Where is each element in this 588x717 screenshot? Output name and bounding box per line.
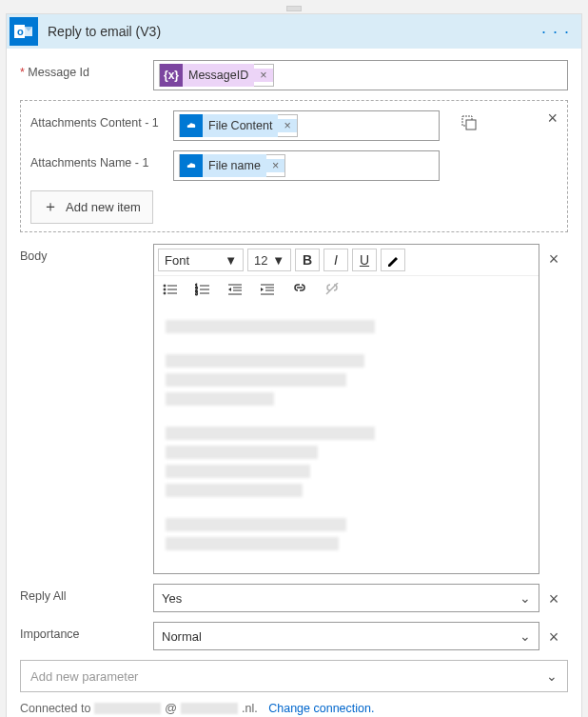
token-file-name[interactable]: File name × [179,154,285,177]
row-reply-all: Reply All Yes ⌄ × [20,584,568,612]
add-parameter-select[interactable]: Add new parameter ⌄ [20,660,568,692]
unlink-button[interactable] [320,278,344,301]
connection-info: Connected to @ .nl. Change connection. [20,692,568,717]
label-reply-all: Reply All [20,584,153,603]
action-card: o Reply to email (V3) · · · * Message Id… [6,13,582,717]
label-importance: Importance [20,622,153,641]
card-collapse-handle-top[interactable] [286,6,302,11]
font-select[interactable]: Font▼ [158,249,244,271]
chevron-down-icon: ⌄ [519,590,531,606]
input-attachments-content[interactable]: File Content × [173,110,440,141]
svg-text:o: o [17,26,24,37]
token-file-content[interactable]: File Content × [179,114,298,137]
body-content-area[interactable] [154,307,539,573]
font-size-select[interactable]: 12▼ [247,249,291,271]
select-reply-all[interactable]: Yes ⌄ [153,584,539,612]
input-message-id[interactable]: {x} MessageID × [153,60,568,90]
token-remove-icon[interactable]: × [266,159,284,172]
remove-importance-button[interactable]: × [549,627,559,647]
chevron-down-icon: ⌄ [546,668,558,684]
link-button[interactable] [287,278,312,301]
row-body: Body Font▼ 12▼ B I U [20,244,568,574]
chevron-down-icon: ⌄ [519,628,531,644]
expression-icon: {x} [160,64,183,87]
redacted-text [181,703,238,714]
plus-icon: ＋ [43,197,58,217]
bullet-list-button[interactable] [158,278,183,301]
svg-text:3: 3 [195,290,198,296]
card-menu-button[interactable]: · · · [541,22,574,42]
label-attachments-content: Attachments Content - 1 [30,110,173,129]
onedrive-icon [180,154,203,177]
svg-point-7 [164,285,166,287]
chevron-down-icon: ▼ [272,253,284,268]
label-body: Body [20,244,153,263]
card-title: Reply to email (V3) [48,24,541,39]
token-remove-icon[interactable]: × [278,119,296,132]
outlook-icon: o [10,17,38,46]
onedrive-icon [180,114,203,137]
highlight-button[interactable] [381,249,405,271]
row-message-id: * Message Id {x} MessageID × [20,60,568,90]
card-header: o Reply to email (V3) · · · [7,14,581,49]
change-connection-link[interactable]: Change connection. [268,702,374,715]
indent-button[interactable] [255,278,280,301]
add-new-item-button[interactable]: ＋ Add new item [30,190,153,224]
remove-body-button[interactable]: × [549,249,559,269]
chevron-down-icon: ▼ [225,253,237,268]
attachments-group: × Attachments Content - 1 File Content × [20,100,568,232]
svg-rect-5 [466,120,476,129]
remove-reply-all-button[interactable]: × [549,589,559,609]
italic-button[interactable]: I [323,249,348,271]
input-attachments-name[interactable]: File name × [173,150,440,181]
svg-point-9 [164,289,166,290]
switch-to-array-icon[interactable] [461,114,478,131]
outdent-button[interactable] [223,278,247,301]
token-message-id[interactable]: {x} MessageID × [159,64,274,87]
underline-button[interactable]: U [352,249,377,271]
select-importance[interactable]: Normal ⌄ [153,622,539,650]
redacted-text [94,703,161,714]
row-importance: Importance Normal ⌄ × [20,622,568,650]
token-remove-icon[interactable]: × [254,69,272,82]
svg-point-11 [164,292,166,294]
attachments-remove-button[interactable]: × [547,109,558,129]
numbered-list-button[interactable]: 123 [190,278,215,301]
label-attachments-name: Attachments Name - 1 [30,150,173,169]
label-message-id: * Message Id [20,60,153,79]
rich-text-editor: Font▼ 12▼ B I U 123 [153,244,539,574]
bold-button[interactable]: B [295,249,320,271]
